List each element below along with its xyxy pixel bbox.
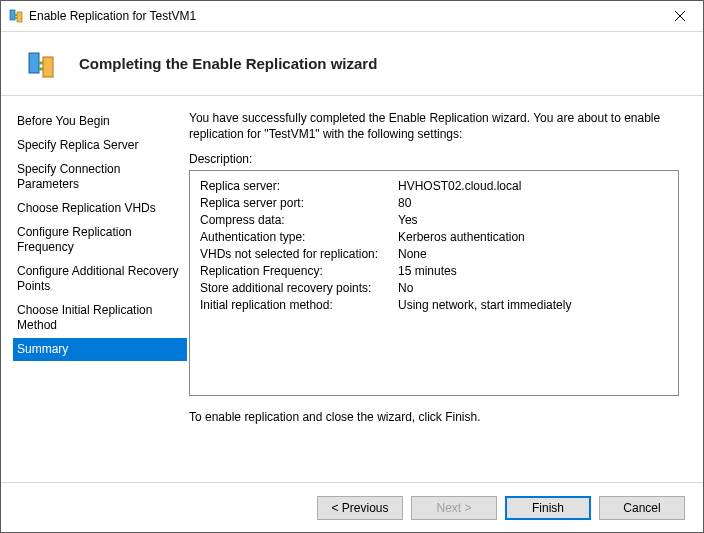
svg-rect-1 [17,12,22,22]
close-button[interactable] [657,1,703,31]
setting-value: Using network, start immediately [398,298,571,312]
setting-row: VHDs not selected for replication:None [200,247,668,261]
setting-key: Store additional recovery points: [200,281,398,295]
setting-row: Replica server port:80 [200,196,668,210]
sidebar-item-choose-replication-vhds[interactable]: Choose Replication VHDs [13,197,187,220]
setting-value: Yes [398,213,418,227]
svg-rect-6 [29,53,39,73]
setting-key: Authentication type: [200,230,398,244]
close-icon [675,11,685,21]
setting-row: Authentication type:Kerberos authenticat… [200,230,668,244]
setting-value: Kerberos authentication [398,230,525,244]
sidebar-item-specify-replica-server[interactable]: Specify Replica Server [13,134,187,157]
titlebar: Enable Replication for TestVM1 [1,1,703,32]
svg-rect-7 [43,57,53,77]
description-label: Description: [189,152,679,166]
app-icon [9,8,25,24]
next-button: Next > [411,496,497,520]
setting-key: Replica server: [200,179,398,193]
setting-row: Replica server:HVHOST02.cloud.local [200,179,668,193]
window-title: Enable Replication for TestVM1 [25,9,657,23]
sidebar-item-label: Before You Begin [17,114,110,128]
intro-text: You have successfully completed the Enab… [189,110,679,142]
previous-button[interactable]: < Previous [317,496,403,520]
setting-value: No [398,281,413,295]
svg-rect-0 [10,10,15,20]
setting-key: VHDs not selected for replication: [200,247,398,261]
setting-row: Store additional recovery points:No [200,281,668,295]
sidebar-item-label: Summary [17,342,68,356]
sidebar-item-configure-replication-frequency[interactable]: Configure Replication Frequency [13,221,187,259]
setting-value: None [398,247,427,261]
setting-row: Replication Frequency:15 minutes [200,264,668,278]
sidebar-item-label: Choose Replication VHDs [17,201,156,215]
instruction-text: To enable replication and close the wiza… [189,410,679,424]
wizard-header: Completing the Enable Replication wizard [1,32,703,96]
setting-key: Initial replication method: [200,298,398,312]
content-area: Before You BeginSpecify Replica ServerSp… [1,96,703,482]
main-panel: You have successfully completed the Enab… [189,96,703,482]
sidebar-item-specify-connection-parameters[interactable]: Specify Connection Parameters [13,158,187,196]
description-box: Replica server:HVHOST02.cloud.localRepli… [189,170,679,396]
sidebar-item-choose-initial-replication-method[interactable]: Choose Initial Replication Method [13,299,187,337]
sidebar-item-label: Choose Initial Replication Method [17,303,152,332]
wizard-footer: < Previous Next > Finish Cancel [1,482,703,533]
sidebar-item-label: Configure Replication Frequency [17,225,132,254]
page-title: Completing the Enable Replication wizard [79,55,377,72]
setting-row: Initial replication method:Using network… [200,298,668,312]
setting-key: Compress data: [200,213,398,227]
sidebar-item-configure-additional-recovery-points[interactable]: Configure Additional Recovery Points [13,260,187,298]
cancel-button[interactable]: Cancel [599,496,685,520]
sidebar-item-summary[interactable]: Summary [13,338,187,361]
setting-value: HVHOST02.cloud.local [398,179,521,193]
sidebar-item-label: Specify Connection Parameters [17,162,120,191]
sidebar-item-label: Configure Additional Recovery Points [17,264,178,293]
setting-value: 15 minutes [398,264,457,278]
setting-value: 80 [398,196,411,210]
sidebar-item-before-you-begin[interactable]: Before You Begin [13,110,187,133]
setting-key: Replication Frequency: [200,264,398,278]
sidebar-item-label: Specify Replica Server [17,138,138,152]
setting-key: Replica server port: [200,196,398,210]
finish-button[interactable]: Finish [505,496,591,520]
setting-row: Compress data:Yes [200,213,668,227]
wizard-icon [25,47,59,81]
wizard-steps-sidebar: Before You BeginSpecify Replica ServerSp… [1,96,189,482]
